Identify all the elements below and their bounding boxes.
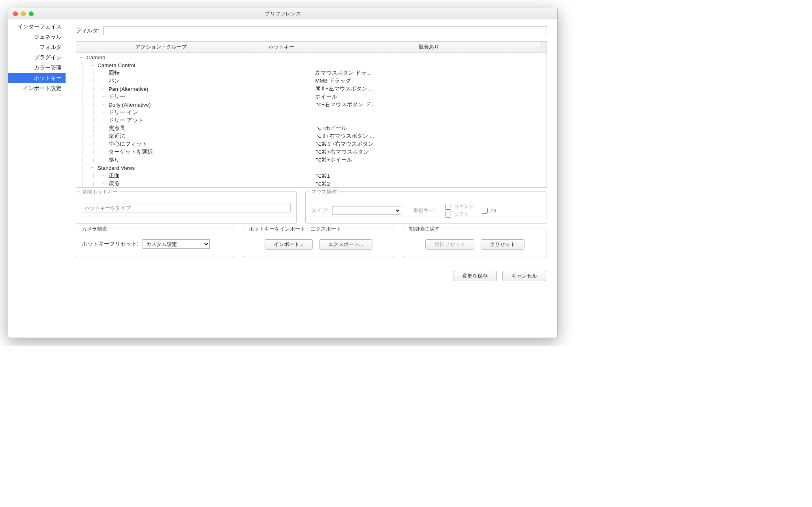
tree-label: 捻り [109,156,120,163]
preset-select[interactable]: カスタム設定 [143,239,210,249]
divider [76,266,547,266]
tree-label: 焦点長 [109,125,125,132]
tree-row[interactable]: －Camera [76,53,547,61]
tree-label: ドリー イン [109,109,138,116]
filter-input[interactable] [103,26,547,35]
check-command-label: コマンド [453,203,474,210]
tree-row[interactable]: ┊┊⋯正面⌥⌘1 [76,172,547,180]
check-command[interactable] [445,204,451,210]
tree-label: 中心にフィット [109,141,147,148]
tree-hotkey: ⌥⌘⇧+右マウスボタン [315,141,374,148]
sidebar-item-plugins[interactable]: プラグイン [8,53,66,63]
sidebar-item-color[interactable]: カラー管理 [8,63,66,73]
hotkey-table: アクション・グループ ホットキー 競合あり －Camera┊－Camera Co… [76,41,547,188]
window-title: プリファレンス [8,10,557,17]
table-body[interactable]: －Camera┊－Camera Control┊┊⋯回転左マウスボタン ドラ..… [76,53,547,187]
tree-row[interactable]: ┊┊⋯焦点長⌥+ホイール [76,124,547,132]
tree-hotkey: ⌥⌘+ホイール [315,156,352,163]
tree-hotkey: ホイール [315,93,337,100]
table-header: アクション・グループ ホットキー 競合あり [76,42,547,53]
dialog-footer: 変更を保存 キャンセル [76,269,547,282]
main-panel: フィルタ: アクション・グループ ホットキー 競合あり －Camera┊－Cam… [66,19,557,338]
col-action[interactable]: アクション・グループ [76,42,246,52]
content-area: インターフェイス ジェネラル フォルダ プラグイン カラー管理 ホットキー イン… [8,19,557,338]
mouse-legend: マウス操作 [310,188,338,195]
window-controls [8,11,34,16]
tree-row[interactable]: ┊┊⋯捻り⌥⌘+ホイール [76,156,547,164]
tree-label: Camera [86,54,105,60]
tree-row[interactable]: ┊┊⋯戻る⌥⌘2 [76,180,547,187]
preset-label: ホットキープリセット: [82,240,139,248]
tree-label: Pan (Alternative) [109,86,148,92]
tree-row[interactable]: ┊┊⋯Pan (Alternative)⌘⇧+左マウスボタン ... [76,85,547,93]
camera-control-group: カメラ制御 ホットキープリセット: カスタム設定 [76,229,234,257]
tree-label: 遠近法 [109,133,125,140]
tree-label: 正面 [109,172,120,179]
tree-toggle-icon[interactable]: － [90,164,95,171]
tree-row[interactable]: ┊－Camera Control [76,61,547,69]
tree-hotkey: MMB ドラッグ [315,77,351,84]
simple-hotkey-legend: 単純ホットキー [80,188,119,195]
check-alt[interactable] [482,208,488,214]
tree-hotkey: ⌥⌘1 [315,173,330,179]
tree-row[interactable]: ┊┊⋯遠近法⌥⇧+右マウスボタン ... [76,132,547,140]
tree-row[interactable]: ┊┊⋯ドリーホイール [76,93,547,101]
tree-label: Camera Control [98,62,135,68]
tree-row[interactable]: ┊┊⋯Dolly (Alternative)⌥+右マウスボタン ド... [76,101,547,109]
tree-row[interactable]: ┊┊⋯ドリー イン [76,109,547,116]
reset-selection-button[interactable]: 選択リセット [425,239,474,250]
filter-label: フィルタ: [76,27,100,34]
tree-label: ターゲットを選択 [109,148,153,156]
sidebar-item-folders[interactable]: フォルダ [8,42,66,53]
tree-label: Standard Views [98,165,135,171]
tree-hotkey: ⌥⇧+右マウスボタン ... [315,133,374,140]
import-export-group: ホットキーをインポート・エクスポート インポート... エクスポート... [243,229,394,257]
reset-legend: 初期値に戻す [407,225,441,233]
tree-label: 回転 [109,69,120,77]
tree-label: 戻る [109,180,120,187]
preferences-window: プリファレンス インターフェイス ジェネラル フォルダ プラグイン カラー管理 … [8,8,558,338]
mouse-type-label: タイプ: [311,207,328,214]
close-icon[interactable] [13,11,18,16]
mouse-type-select[interactable] [332,206,401,215]
minimize-icon[interactable] [21,11,26,16]
tree-toggle-icon[interactable]: － [79,54,84,61]
import-button[interactable]: インポート... [265,239,313,250]
mouse-group: マウス操作 タイプ: 重複キー: コマンド シフト Alt [305,192,547,224]
simple-hotkey-group: 単純ホットキー [76,192,297,224]
tree-hotkey: 左マウスボタン ドラ... [315,69,371,77]
reset-group: 初期値に戻す 選択リセット 全リセット [403,229,547,257]
scrollbar-corner [541,42,547,52]
dup-key-label: 重複キー: [413,207,435,214]
zoom-icon[interactable] [29,11,34,16]
tree-toggle-icon[interactable]: － [90,62,95,69]
tree-row[interactable]: ┊－Standard Views [76,164,547,172]
tree-row[interactable]: ┊┊⋯回転左マウスボタン ドラ... [76,69,547,77]
export-button[interactable]: エクスポート... [319,239,372,250]
reset-all-button[interactable]: 全リセット [481,239,524,250]
tree-label: ドリー [109,93,125,100]
sidebar-item-interface[interactable]: インターフェイス [8,22,66,32]
filter-row: フィルタ: [76,26,547,35]
tree-row[interactable]: ┊┊⋯ターゲットを選択⌥⌘+右マウスボタン [76,148,547,156]
tree-row[interactable]: ┊┊⋯パンMMB ドラッグ [76,77,547,85]
sidebar-item-import[interactable]: インポート設定 [8,83,66,94]
tree-row[interactable]: ┊┊⋯ドリー アウト [76,116,547,124]
col-conflict[interactable]: 競合あり [317,42,541,52]
check-shift[interactable] [445,212,451,218]
tree-label: ドリー アウト [109,117,143,124]
sidebar-item-general[interactable]: ジェネラル [8,32,66,42]
camera-control-legend: カメラ制御 [80,225,109,233]
save-button[interactable]: 変更を保存 [453,271,497,281]
hotkey-input[interactable] [82,203,291,212]
sidebar: インターフェイス ジェネラル フォルダ プラグイン カラー管理 ホットキー イン… [8,19,66,338]
tree-hotkey: ⌥⌘+右マウスボタン [315,148,369,156]
tree-row[interactable]: ┊┊⋯中心にフィット⌥⌘⇧+右マウスボタン [76,140,547,148]
sidebar-item-hotkeys[interactable]: ホットキー [8,73,66,83]
tree-hotkey: ⌘⇧+左マウスボタン ... [315,85,373,92]
titlebar: プリファレンス [8,8,557,19]
tree-hotkey: ⌥+右マウスボタン ド... [315,101,375,108]
col-hotkey[interactable]: ホットキー [246,42,317,52]
tree-label: パン [109,77,120,84]
cancel-button[interactable]: キャンセル [502,271,546,281]
